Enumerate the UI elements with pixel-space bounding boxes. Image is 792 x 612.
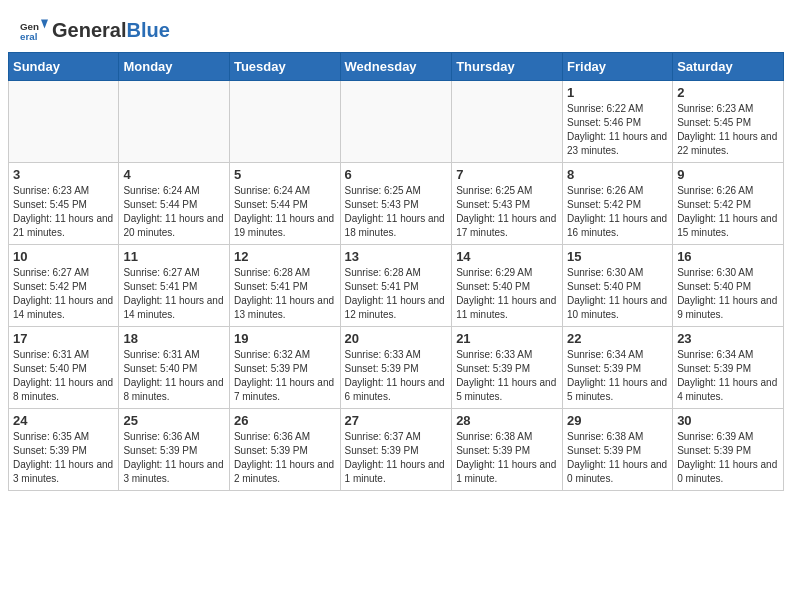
calendar-cell: 9Sunrise: 6:26 AMSunset: 5:42 PMDaylight… [673,163,784,245]
day-number: 30 [677,413,779,428]
calendar-cell: 11Sunrise: 6:27 AMSunset: 5:41 PMDayligh… [119,245,230,327]
day-info: Sunrise: 6:33 AMSunset: 5:39 PMDaylight:… [456,348,558,404]
day-info: Sunrise: 6:31 AMSunset: 5:40 PMDaylight:… [123,348,225,404]
day-info: Sunrise: 6:34 AMSunset: 5:39 PMDaylight:… [677,348,779,404]
calendar-cell: 1Sunrise: 6:22 AMSunset: 5:46 PMDaylight… [563,81,673,163]
calendar-cell: 6Sunrise: 6:25 AMSunset: 5:43 PMDaylight… [340,163,452,245]
weekday-header-sunday: Sunday [9,53,119,81]
day-number: 21 [456,331,558,346]
day-info: Sunrise: 6:26 AMSunset: 5:42 PMDaylight:… [567,184,668,240]
day-number: 7 [456,167,558,182]
day-number: 13 [345,249,448,264]
day-number: 16 [677,249,779,264]
weekday-header-wednesday: Wednesday [340,53,452,81]
day-number: 10 [13,249,114,264]
calendar-cell: 21Sunrise: 6:33 AMSunset: 5:39 PMDayligh… [452,327,563,409]
day-info: Sunrise: 6:34 AMSunset: 5:39 PMDaylight:… [567,348,668,404]
day-number: 18 [123,331,225,346]
calendar-cell: 24Sunrise: 6:35 AMSunset: 5:39 PMDayligh… [9,409,119,491]
calendar-week-row-4: 17Sunrise: 6:31 AMSunset: 5:40 PMDayligh… [9,327,784,409]
day-info: Sunrise: 6:33 AMSunset: 5:39 PMDaylight:… [345,348,448,404]
day-number: 28 [456,413,558,428]
day-info: Sunrise: 6:23 AMSunset: 5:45 PMDaylight:… [13,184,114,240]
day-number: 29 [567,413,668,428]
day-info: Sunrise: 6:38 AMSunset: 5:39 PMDaylight:… [567,430,668,486]
day-number: 4 [123,167,225,182]
calendar-cell: 4Sunrise: 6:24 AMSunset: 5:44 PMDaylight… [119,163,230,245]
day-info: Sunrise: 6:30 AMSunset: 5:40 PMDaylight:… [677,266,779,322]
calendar-cell: 25Sunrise: 6:36 AMSunset: 5:39 PMDayligh… [119,409,230,491]
day-number: 22 [567,331,668,346]
day-number: 23 [677,331,779,346]
page-header: Gen eral GeneralBlue [0,0,792,52]
day-info: Sunrise: 6:27 AMSunset: 5:41 PMDaylight:… [123,266,225,322]
weekday-header-row: SundayMondayTuesdayWednesdayThursdayFrid… [9,53,784,81]
day-number: 12 [234,249,336,264]
day-number: 2 [677,85,779,100]
day-number: 24 [13,413,114,428]
day-number: 3 [13,167,114,182]
day-number: 27 [345,413,448,428]
calendar-cell: 7Sunrise: 6:25 AMSunset: 5:43 PMDaylight… [452,163,563,245]
weekday-header-monday: Monday [119,53,230,81]
weekday-header-tuesday: Tuesday [229,53,340,81]
weekday-header-saturday: Saturday [673,53,784,81]
day-number: 9 [677,167,779,182]
calendar-cell: 12Sunrise: 6:28 AMSunset: 5:41 PMDayligh… [229,245,340,327]
day-number: 15 [567,249,668,264]
day-number: 6 [345,167,448,182]
svg-marker-2 [41,20,48,29]
calendar-cell: 8Sunrise: 6:26 AMSunset: 5:42 PMDaylight… [563,163,673,245]
day-number: 8 [567,167,668,182]
calendar-cell [452,81,563,163]
calendar-cell: 3Sunrise: 6:23 AMSunset: 5:45 PMDaylight… [9,163,119,245]
day-info: Sunrise: 6:36 AMSunset: 5:39 PMDaylight:… [123,430,225,486]
calendar-cell [9,81,119,163]
calendar-cell [340,81,452,163]
day-info: Sunrise: 6:24 AMSunset: 5:44 PMDaylight:… [123,184,225,240]
weekday-header-friday: Friday [563,53,673,81]
calendar-cell [229,81,340,163]
generalblue-logo-icon: Gen eral [20,16,48,44]
svg-text:eral: eral [20,31,38,42]
day-info: Sunrise: 6:36 AMSunset: 5:39 PMDaylight:… [234,430,336,486]
weekday-header-thursday: Thursday [452,53,563,81]
calendar-cell: 13Sunrise: 6:28 AMSunset: 5:41 PMDayligh… [340,245,452,327]
logo-general-text: General [52,19,126,41]
day-number: 20 [345,331,448,346]
calendar-cell: 16Sunrise: 6:30 AMSunset: 5:40 PMDayligh… [673,245,784,327]
calendar-table: SundayMondayTuesdayWednesdayThursdayFrid… [8,52,784,491]
day-info: Sunrise: 6:30 AMSunset: 5:40 PMDaylight:… [567,266,668,322]
calendar-cell: 18Sunrise: 6:31 AMSunset: 5:40 PMDayligh… [119,327,230,409]
day-info: Sunrise: 6:26 AMSunset: 5:42 PMDaylight:… [677,184,779,240]
logo-blue-text: Blue [126,19,169,41]
day-info: Sunrise: 6:37 AMSunset: 5:39 PMDaylight:… [345,430,448,486]
day-number: 14 [456,249,558,264]
day-number: 25 [123,413,225,428]
logo: Gen eral GeneralBlue [20,16,170,44]
calendar-cell [119,81,230,163]
day-info: Sunrise: 6:24 AMSunset: 5:44 PMDaylight:… [234,184,336,240]
day-number: 26 [234,413,336,428]
day-info: Sunrise: 6:23 AMSunset: 5:45 PMDaylight:… [677,102,779,158]
calendar-week-row-2: 3Sunrise: 6:23 AMSunset: 5:45 PMDaylight… [9,163,784,245]
day-info: Sunrise: 6:39 AMSunset: 5:39 PMDaylight:… [677,430,779,486]
day-info: Sunrise: 6:25 AMSunset: 5:43 PMDaylight:… [456,184,558,240]
calendar-cell: 19Sunrise: 6:32 AMSunset: 5:39 PMDayligh… [229,327,340,409]
calendar-cell: 5Sunrise: 6:24 AMSunset: 5:44 PMDaylight… [229,163,340,245]
day-number: 17 [13,331,114,346]
calendar-cell: 10Sunrise: 6:27 AMSunset: 5:42 PMDayligh… [9,245,119,327]
day-info: Sunrise: 6:29 AMSunset: 5:40 PMDaylight:… [456,266,558,322]
calendar-cell: 20Sunrise: 6:33 AMSunset: 5:39 PMDayligh… [340,327,452,409]
day-number: 11 [123,249,225,264]
calendar-cell: 30Sunrise: 6:39 AMSunset: 5:39 PMDayligh… [673,409,784,491]
calendar-cell: 14Sunrise: 6:29 AMSunset: 5:40 PMDayligh… [452,245,563,327]
day-info: Sunrise: 6:35 AMSunset: 5:39 PMDaylight:… [13,430,114,486]
calendar-wrapper: SundayMondayTuesdayWednesdayThursdayFrid… [0,52,792,499]
day-info: Sunrise: 6:38 AMSunset: 5:39 PMDaylight:… [456,430,558,486]
day-info: Sunrise: 6:25 AMSunset: 5:43 PMDaylight:… [345,184,448,240]
day-info: Sunrise: 6:22 AMSunset: 5:46 PMDaylight:… [567,102,668,158]
day-number: 19 [234,331,336,346]
calendar-cell: 17Sunrise: 6:31 AMSunset: 5:40 PMDayligh… [9,327,119,409]
day-number: 5 [234,167,336,182]
